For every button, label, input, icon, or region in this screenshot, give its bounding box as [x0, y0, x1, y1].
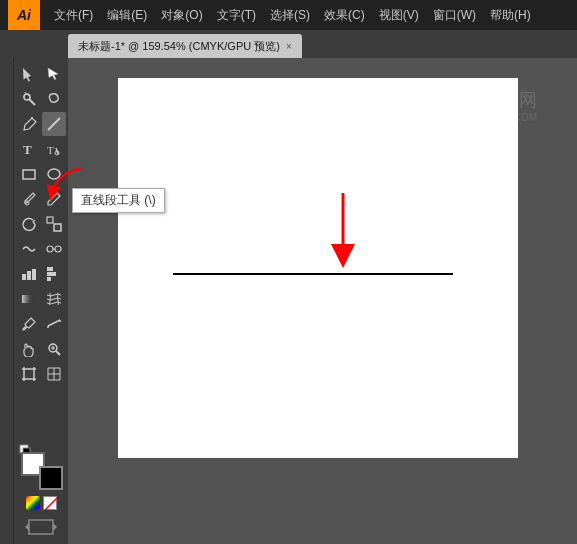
svg-rect-24 — [22, 295, 36, 303]
svg-line-2 — [25, 92, 26, 94]
tool-row-effects — [17, 237, 66, 261]
toolbar-narrow-strip — [0, 58, 14, 544]
menu-view[interactable]: 视图(V) — [373, 3, 425, 28]
none-color-button[interactable] — [43, 496, 57, 510]
mesh-tool-button[interactable] — [42, 287, 66, 311]
lasso-tool-button[interactable] — [42, 87, 66, 111]
svg-marker-47 — [25, 523, 29, 531]
main-layout: T T — [0, 58, 577, 544]
svg-point-5 — [31, 117, 33, 119]
svg-line-0 — [29, 99, 35, 105]
menu-select[interactable]: 选择(S) — [264, 3, 316, 28]
tool-row-gradient — [17, 287, 66, 311]
tool-row-artboard — [17, 362, 66, 386]
warp-tool-button[interactable] — [17, 237, 41, 261]
tool-row-eyedropper — [17, 312, 66, 336]
pen-tool-button[interactable] — [17, 112, 41, 136]
svg-line-6 — [48, 118, 60, 130]
tab-label: 未标题-1* @ 159.54% (CMYK/GPU 预览) — [78, 39, 280, 54]
stroke-color-swatch[interactable] — [39, 466, 63, 490]
navigate-artboards-icon[interactable] — [23, 516, 59, 536]
menu-text[interactable]: 文字(T) — [211, 3, 262, 28]
menu-file[interactable]: 文件(F) — [48, 3, 99, 28]
direct-select-tool-button[interactable] — [42, 62, 66, 86]
color-mode-button[interactable] — [26, 496, 40, 510]
red-indicator-arrow — [328, 188, 358, 271]
column-graph-tool-button[interactable] — [17, 262, 41, 286]
blend-tool-button[interactable] — [42, 237, 66, 261]
measure-tool-button[interactable] — [42, 312, 66, 336]
document-canvas — [118, 78, 518, 458]
svg-rect-10 — [23, 170, 35, 179]
magic-wand-tool-button[interactable] — [17, 87, 41, 111]
touch-type-tool-button[interactable]: T — [42, 137, 66, 161]
document-tab[interactable]: 未标题-1* @ 159.54% (CMYK/GPU 预览) × — [68, 34, 302, 58]
title-bar: Ai 文件(F) 编辑(E) 对象(O) 文字(T) 选择(S) 效果(C) 视… — [0, 0, 577, 30]
svg-rect-22 — [47, 272, 56, 276]
menu-help[interactable]: 帮助(H) — [484, 3, 537, 28]
tool-row-pen — [17, 112, 66, 136]
hand-tool-button[interactable] — [17, 337, 41, 361]
menu-edit[interactable]: 编辑(E) — [101, 3, 153, 28]
drawn-line — [173, 273, 453, 275]
paintbrush-tool-button[interactable] — [17, 187, 41, 211]
svg-rect-18 — [22, 274, 26, 280]
svg-rect-21 — [47, 267, 53, 271]
svg-rect-23 — [47, 277, 51, 281]
svg-point-15 — [47, 246, 53, 252]
svg-line-29 — [56, 351, 60, 355]
svg-rect-19 — [27, 271, 31, 280]
svg-rect-46 — [29, 520, 53, 534]
canvas-area[interactable]: 软件目字网 WWW.RJZXW.COM — [68, 58, 577, 544]
line-segment-tooltip: 直线段工具 (\) — [72, 188, 165, 213]
svg-text:T: T — [47, 144, 54, 156]
tools-panel: T T — [14, 58, 68, 544]
tool-row-selection — [17, 62, 66, 86]
svg-marker-48 — [53, 523, 57, 531]
tab-close-button[interactable]: × — [286, 41, 292, 52]
svg-point-16 — [55, 246, 61, 252]
line-segment-tool-button[interactable] — [42, 112, 66, 136]
bar-graph-tool-button[interactable] — [42, 262, 66, 286]
rectangle-tool-button[interactable] — [17, 162, 41, 186]
tool-row-navigate — [17, 337, 66, 361]
svg-rect-14 — [54, 224, 61, 231]
tool-row-magic — [17, 87, 66, 111]
menu-object[interactable]: 对象(O) — [155, 3, 208, 28]
slice-tool-button[interactable] — [42, 362, 66, 386]
eyedropper-tool-button[interactable] — [17, 312, 41, 336]
rotate-tool-button[interactable] — [17, 212, 41, 236]
svg-text:T: T — [23, 142, 32, 157]
scale-tool-button[interactable] — [42, 212, 66, 236]
svg-rect-20 — [32, 269, 36, 280]
artboard-tool-button[interactable] — [17, 362, 41, 386]
menu-bar: 文件(F) 编辑(E) 对象(O) 文字(T) 选择(S) 效果(C) 视图(V… — [48, 3, 569, 28]
menu-window[interactable]: 窗口(W) — [427, 3, 482, 28]
svg-rect-32 — [24, 369, 34, 379]
ai-logo: Ai — [8, 0, 40, 30]
tool-row-graph — [17, 262, 66, 286]
gradient-tool-button[interactable] — [17, 287, 41, 311]
zoom-tool-button[interactable] — [42, 337, 66, 361]
type-tool-button[interactable]: T — [17, 137, 41, 161]
tool-row-type: T T — [17, 137, 66, 161]
tool-row-transform — [17, 212, 66, 236]
menu-effect[interactable]: 效果(C) — [318, 3, 371, 28]
color-section — [15, 436, 67, 540]
svg-line-25 — [48, 320, 60, 326]
tab-bar: 未标题-1* @ 159.54% (CMYK/GPU 预览) × — [0, 30, 577, 58]
selection-tool-button[interactable] — [17, 62, 41, 86]
svg-rect-13 — [47, 217, 53, 223]
svg-line-45 — [45, 498, 57, 510]
